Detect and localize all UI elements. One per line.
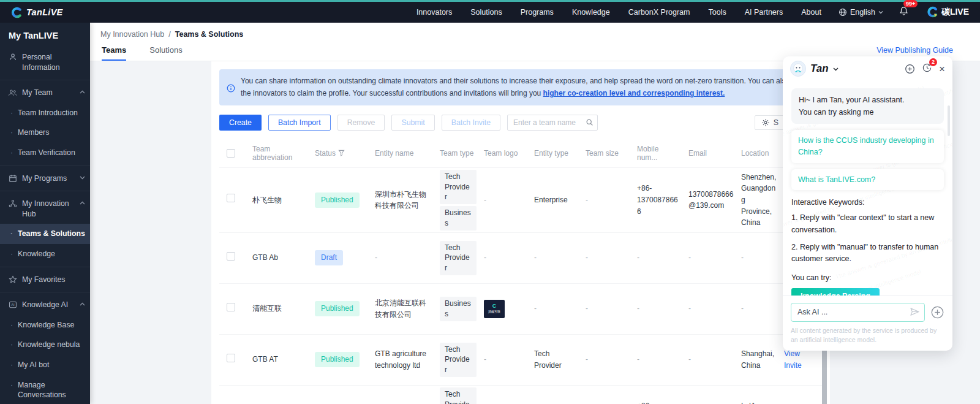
batch-invite-button[interactable]: Batch Invite bbox=[442, 115, 500, 131]
sidebar-title: My TanLIVE bbox=[0, 23, 90, 47]
sidebar-item-label: Teams & Solutions bbox=[18, 229, 85, 239]
row-checkbox[interactable] bbox=[227, 252, 235, 261]
tab-teams[interactable]: Teams bbox=[102, 45, 126, 61]
view-publishing-guide-link[interactable]: View Publishing Guide bbox=[876, 46, 953, 55]
chat-title: Tan bbox=[810, 63, 829, 75]
team-type-cell: Business bbox=[436, 295, 480, 323]
sidebar-item-knowledge-nebula[interactable]: ·Knowledge nebula bbox=[0, 335, 90, 355]
add-icon[interactable] bbox=[930, 305, 944, 319]
column-header-label: Team type bbox=[440, 149, 473, 158]
select-all-checkbox[interactable] bbox=[227, 149, 235, 158]
search-input[interactable] bbox=[507, 115, 598, 131]
row-checkbox[interactable] bbox=[227, 354, 235, 362]
knowledge-parsing-button[interactable]: knowledge Parsing bbox=[791, 288, 880, 295]
entity-name-cell: GTB agriculture technology ltd bbox=[371, 348, 436, 371]
team-type-tag: Business bbox=[440, 297, 477, 321]
breadcrumb-parent[interactable]: My Innovation Hub bbox=[100, 30, 164, 39]
sidebar-item-knowledge[interactable]: ·Knowledge bbox=[0, 244, 90, 264]
sidebar-item-team-introduction[interactable]: ·Team Introduction bbox=[0, 103, 90, 123]
sidebar-item-knowledge-base[interactable]: ·Knowledge Base bbox=[0, 315, 90, 335]
sidebar-item-team-verification[interactable]: ·Team Verification bbox=[0, 143, 90, 163]
submit-button[interactable]: Submit bbox=[391, 115, 434, 131]
filter-icon[interactable] bbox=[338, 150, 345, 156]
keywords-list: 1. Reply with "clear context" to start a… bbox=[791, 212, 944, 265]
status-cell: Draft bbox=[311, 250, 371, 265]
location-cell: - bbox=[737, 303, 780, 314]
team-abbreviation-cell: GTB Ab bbox=[249, 252, 311, 264]
remove-button[interactable]: Remove bbox=[337, 115, 385, 131]
notifications-button[interactable]: 99+ bbox=[899, 6, 908, 18]
tan-avatar bbox=[790, 61, 806, 77]
column-settings-button[interactable]: S bbox=[755, 115, 785, 130]
sidebar-item-my-team[interactable]: My Team bbox=[0, 83, 90, 103]
nav-item-ai-partners[interactable]: AI Partners bbox=[745, 8, 783, 17]
entity-type-cell: Enterprise bbox=[530, 194, 582, 206]
history-button[interactable]: 2 bbox=[922, 63, 932, 75]
nav-item-carbonx-program[interactable]: CarbonX Program bbox=[628, 8, 690, 17]
column-header-entity-name: Entity name bbox=[371, 149, 436, 158]
chat-header-actions: 2 × bbox=[905, 63, 945, 75]
location-cell: Shenzhen, Guangdong Province, China bbox=[737, 172, 780, 229]
tan-live-logo-right[interactable]: 碳LIVE bbox=[927, 6, 969, 18]
sidebar-item-label: My AI bot bbox=[18, 360, 49, 370]
team-size-cell: - bbox=[582, 194, 633, 206]
star-icon bbox=[8, 275, 17, 284]
row-checkbox[interactable] bbox=[227, 303, 235, 311]
top-navbar: TanLiVE InnovatorsSolutionsProgramsKnowl… bbox=[0, 0, 980, 23]
hub-icon bbox=[8, 199, 17, 208]
close-icon[interactable]: × bbox=[939, 64, 945, 74]
nav-item-programs[interactable]: Programs bbox=[521, 8, 554, 17]
sidebar-item-my-ai-bot[interactable]: ·My AI bot bbox=[0, 355, 90, 375]
sidebar-item-my-programs[interactable]: My Programs bbox=[0, 169, 90, 189]
greeting-line-1: Hi~ I am Tan, your AI assistant. bbox=[799, 94, 937, 106]
sidebar-item-my-innovation-hub[interactable]: My Innovation Hub bbox=[0, 194, 90, 224]
email-cell: 13700878666@139.com bbox=[685, 189, 737, 212]
sidebar-item-personal-information[interactable]: Personal Information bbox=[0, 47, 90, 77]
chevron-down-icon bbox=[878, 10, 883, 14]
team-icon bbox=[8, 88, 17, 97]
sidebar-item-members[interactable]: ·Members bbox=[0, 123, 90, 143]
chat-scrollbar[interactable] bbox=[948, 105, 950, 136]
search-icon[interactable] bbox=[586, 118, 594, 126]
tab-solutions[interactable]: Solutions bbox=[149, 45, 182, 61]
sidebar-item-label: Team Verification bbox=[18, 148, 75, 158]
sidebar-item-label: My Innovation Hub bbox=[22, 199, 75, 219]
language-label: English bbox=[850, 8, 875, 17]
chevron-down-icon[interactable] bbox=[833, 67, 839, 71]
mobile-cell: +86-05643698596 bbox=[633, 400, 685, 404]
team-search bbox=[507, 115, 598, 131]
nav-item-knowledge[interactable]: Knowledge bbox=[572, 8, 610, 17]
page-header: My Innovation Hub / Teams & Solutions Te… bbox=[90, 23, 980, 61]
column-header-select bbox=[219, 149, 249, 158]
nav-item-solutions[interactable]: Solutions bbox=[470, 8, 502, 17]
column-header-entity-type: Entity type bbox=[530, 149, 582, 158]
row-checkbox[interactable] bbox=[227, 194, 235, 202]
sidebar-menu: Personal InformationMy Team·Team Introdu… bbox=[0, 47, 90, 404]
sidebar-item-label: Members bbox=[18, 128, 49, 138]
suggestion-list: How is the CCUS industry developing in C… bbox=[791, 130, 944, 190]
table-row: 朴飞生物Published深圳市朴飞生物科技有限公司Tech ProviderB… bbox=[219, 168, 822, 233]
nav-item-about[interactable]: About bbox=[801, 8, 821, 17]
sidebar-item-manage-conversations[interactable]: ·Manage Conversations bbox=[0, 375, 90, 404]
suggested-question[interactable]: What is TanLIVE.com? bbox=[791, 169, 944, 191]
table-header-row: Team abbreviationStatusEntity nameTeam t… bbox=[219, 139, 822, 168]
ask-ai-input[interactable] bbox=[791, 303, 925, 322]
send-icon[interactable] bbox=[910, 307, 920, 316]
co-creation-link[interactable]: higher co-creation level and correspondi… bbox=[543, 89, 725, 97]
batch-import-button[interactable]: Batch Import bbox=[268, 115, 331, 131]
suggested-question[interactable]: How is the CCUS industry developing in C… bbox=[791, 130, 944, 163]
view-invite-link[interactable]: View Invite bbox=[784, 348, 810, 371]
language-selector[interactable]: English bbox=[839, 8, 883, 17]
row-select-cell bbox=[219, 354, 249, 366]
create-button[interactable]: Create bbox=[219, 115, 262, 131]
info-banner-text: You can share information on outstanding… bbox=[241, 75, 815, 100]
sidebar-item-teams-solutions[interactable]: ·Teams & Solutions bbox=[0, 224, 90, 244]
plus-circle-icon[interactable] bbox=[905, 64, 915, 74]
nav-item-tools[interactable]: Tools bbox=[708, 8, 726, 17]
sidebar-item-my-favorites[interactable]: My Favorites bbox=[0, 270, 90, 290]
sidebar-item-knowledge-ai[interactable]: AIKnowledge AI bbox=[0, 295, 90, 315]
nav-item-innovators[interactable]: Innovators bbox=[417, 8, 452, 17]
tanlive-logo[interactable]: TanLiVE bbox=[11, 7, 63, 18]
brand-text: TanLiVE bbox=[26, 7, 63, 17]
column-header-team-type: Team type bbox=[436, 149, 480, 158]
